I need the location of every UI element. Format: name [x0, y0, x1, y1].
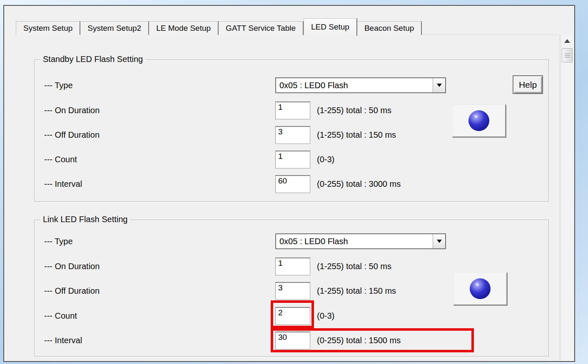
combobox-value: 0x05 : LED0 Flash — [276, 237, 433, 246]
interval-hint: (0-255) total : 3000 ms — [317, 179, 401, 189]
tab-label: System Setup — [23, 24, 72, 33]
pane-right-border — [560, 35, 560, 361]
dropdown-arrow-icon — [437, 240, 442, 243]
help-button[interactable]: Help — [513, 75, 543, 94]
group-link-led-flash: Link LED Flash Setting --- Type 0x05 : L… — [34, 220, 549, 357]
blue-led-ball-icon — [468, 110, 489, 131]
interval-hint: (0-255) total : 1500 ms — [317, 336, 401, 345]
count-hint: (0-3) — [317, 155, 334, 164]
standby-interval-input[interactable] — [275, 175, 310, 193]
tab-system-setup2[interactable]: System Setup2 — [80, 21, 149, 35]
on-duration-label: --- On Duration — [44, 106, 100, 115]
interval-label: --- Interval — [44, 336, 82, 345]
scrollbar-thumb[interactable] — [562, 48, 573, 62]
combobox-value: 0x05 : LED0 Flash — [276, 81, 433, 90]
tab-beacon-setup[interactable]: Beacon Setup — [357, 21, 422, 35]
link-interval-input[interactable] — [275, 332, 310, 349]
tab-label: System Setup2 — [87, 24, 141, 33]
count-label: --- Count — [44, 155, 77, 164]
off-duration-hint: (1-255) total : 150 ms — [317, 130, 396, 140]
app-window: System Setup System Setup2 LE Mode Setup… — [3, 5, 575, 362]
combobox-dropdown-button[interactable] — [433, 78, 445, 92]
thumb-grip-icon — [565, 55, 570, 56]
combobox-dropdown-button[interactable] — [433, 234, 445, 248]
vertical-scrollbar[interactable] — [561, 35, 573, 361]
on-duration-hint: (1-255) total : 50 ms — [317, 106, 391, 115]
type-label: --- Type — [44, 81, 73, 90]
standby-off-duration-input[interactable] — [275, 126, 310, 144]
up-arrow-icon — [564, 39, 570, 43]
dropdown-arrow-icon — [437, 84, 442, 87]
tab-le-mode-setup[interactable]: LE Mode Setup — [149, 21, 219, 35]
thumb-grip-icon — [565, 54, 570, 54]
scroll-up-button[interactable] — [561, 35, 573, 47]
tab-led-setup[interactable]: LED Setup — [304, 18, 357, 36]
standby-count-input[interactable] — [275, 151, 310, 168]
tab-label: GATT Service Table — [226, 24, 296, 33]
blue-led-ball-icon — [470, 278, 491, 299]
group-title: Link LED Flash Setting — [40, 215, 130, 224]
tab-label: LE Mode Setup — [156, 24, 211, 33]
link-type-combobox[interactable]: 0x05 : LED0 Flash — [275, 233, 446, 249]
on-duration-hint: (1-255) total : 50 ms — [317, 262, 391, 271]
standby-type-combobox[interactable]: 0x05 : LED0 Flash — [275, 77, 446, 93]
group-standby-led-flash: Standby LED Flash Setting --- Type 0x05 … — [34, 59, 549, 202]
tab-system-setup[interactable]: System Setup — [16, 21, 80, 35]
tab-label: Beacon Setup — [364, 24, 414, 33]
off-duration-label: --- Off Duration — [44, 286, 100, 296]
count-hint: (0-3) — [317, 311, 334, 321]
on-duration-label: --- On Duration — [44, 262, 100, 271]
link-led-test-button[interactable] — [453, 272, 508, 306]
tab-bar: System Setup System Setup2 LE Mode Setup… — [16, 17, 422, 35]
tab-label: LED Setup — [311, 22, 349, 32]
interval-label: --- Interval — [44, 179, 82, 189]
type-label: --- Type — [44, 237, 73, 246]
link-off-duration-input[interactable] — [275, 282, 310, 300]
page-background: { "tabs": { "items": [ { "label": "Syste… — [0, 0, 588, 364]
thumb-grip-icon — [565, 57, 570, 57]
count-label: --- Count — [44, 311, 77, 321]
standby-led-test-button[interactable] — [452, 104, 506, 138]
standby-on-duration-input[interactable] — [275, 102, 310, 119]
off-duration-hint: (1-255) total : 150 ms — [317, 286, 396, 296]
off-duration-label: --- Off Duration — [44, 130, 100, 140]
link-on-duration-input[interactable] — [275, 258, 310, 275]
tab-gatt-service-table[interactable]: GATT Service Table — [219, 21, 304, 35]
link-count-input[interactable] — [275, 307, 310, 325]
group-title: Standby LED Flash Setting — [40, 54, 145, 64]
